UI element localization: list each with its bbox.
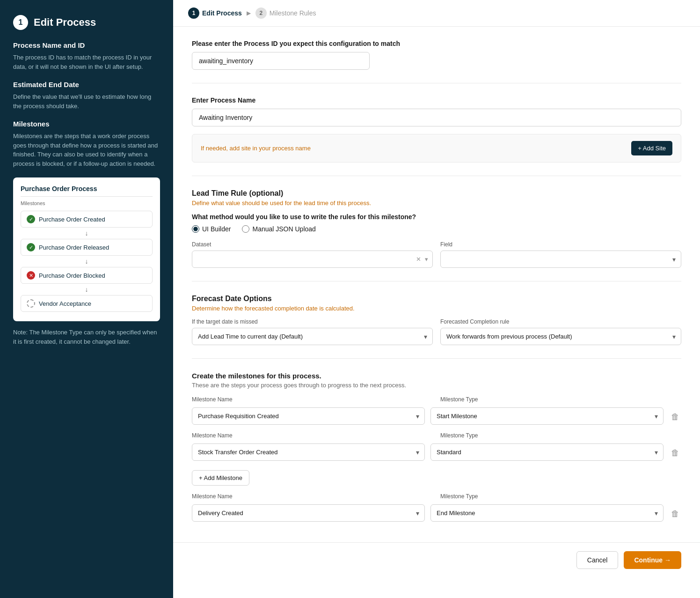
milestone-3-delete-button[interactable]: 🗑 bbox=[669, 504, 681, 524]
sidebar-step-number: 1 bbox=[13, 15, 28, 30]
milestone-1-delete-button[interactable]: 🗑 bbox=[669, 407, 681, 427]
milestone-row-1: Purchase Requisition Created Stock Trans… bbox=[192, 407, 681, 427]
milestone-type-label-3: Milestone Type bbox=[440, 493, 681, 500]
milestone-type-label-2: Milestone Type bbox=[440, 432, 681, 439]
if-target-select-wrap: Add Lead Time to current day (Default) U… bbox=[192, 328, 433, 345]
breadcrumb-nav: 1 Edit Process ▶ 2 Milestone Rules bbox=[173, 0, 700, 27]
main-content: 1 Edit Process ▶ 2 Milestone Rules Pleas… bbox=[173, 0, 700, 598]
sidebar-title: Edit Process bbox=[34, 16, 96, 29]
radio-ui-builder-input[interactable] bbox=[192, 225, 199, 233]
dataset-input-wrap: ✕ ▾ bbox=[192, 251, 433, 268]
sidebar-text-3: Milestones are the steps that a work ord… bbox=[13, 132, 160, 168]
milestone-row-2: Purchase Requisition Created Stock Trans… bbox=[192, 443, 681, 463]
form-area: Please enter the Process ID you expect t… bbox=[173, 27, 700, 542]
nav-step-2-label: Milestone Rules bbox=[270, 9, 316, 17]
milestone-2-delete-button[interactable]: 🗑 bbox=[669, 443, 681, 463]
dataset-label: Dataset bbox=[192, 241, 433, 248]
arrow-2: ↓ bbox=[21, 258, 153, 265]
sidebar-milestone-2-label: Purchase Order Released bbox=[39, 244, 109, 251]
milestone-3-type-select[interactable]: Start Milestone Standard End Milestone bbox=[430, 504, 664, 522]
milestones-section-sub: These are the steps your process goes th… bbox=[192, 382, 681, 389]
nav-step-1-circle: 1 bbox=[188, 7, 199, 19]
sidebar-heading-2: Estimated End Date bbox=[13, 81, 160, 89]
dataset-input[interactable] bbox=[192, 251, 433, 268]
milestone-type-label-1: Milestone Type bbox=[440, 396, 681, 403]
field-label: Field bbox=[440, 241, 681, 248]
forecast-title: Forecast Date Options bbox=[192, 295, 681, 303]
arrow-1: ↓ bbox=[21, 229, 153, 237]
milestone-1-type-wrap: Start Milestone Standard End Milestone bbox=[430, 407, 664, 425]
milestone-name-label-1: Milestone Name bbox=[192, 396, 433, 403]
milestone-1-name-wrap: Purchase Requisition Created Stock Trans… bbox=[192, 407, 425, 425]
if-target-select[interactable]: Add Lead Time to current day (Default) U… bbox=[192, 328, 433, 345]
milestones-section-title: Create the milestones for this process. bbox=[192, 372, 681, 380]
radio-manual-json-input[interactable] bbox=[242, 225, 249, 233]
if-target-label: If the target date is missed bbox=[192, 318, 433, 325]
milestone-3-fields: Purchase Requisition Created Stock Trans… bbox=[192, 504, 664, 522]
if-target-col: If the target date is missed Add Lead Ti… bbox=[192, 318, 433, 345]
milestone-1-name-select[interactable]: Purchase Requisition Created Stock Trans… bbox=[192, 407, 425, 425]
radio-manual-json[interactable]: Manual JSON Upload bbox=[242, 225, 315, 233]
sidebar-milestone-1-label: Purchase Order Created bbox=[39, 216, 105, 223]
bottom-bar: Cancel Continue → bbox=[173, 542, 700, 577]
process-id-label: Please enter the Process ID you expect t… bbox=[192, 40, 681, 47]
lead-time-title: Lead Time Rule (optional) bbox=[192, 189, 681, 198]
sidebar: 1 Edit Process Process Name and ID The p… bbox=[0, 0, 173, 598]
forecast-subtitle: Determine how the forecasted completion … bbox=[192, 305, 681, 312]
site-row-text: If needed, add site in your process name bbox=[201, 145, 311, 152]
add-milestone-button[interactable]: + Add Milestone bbox=[192, 470, 249, 486]
add-site-button[interactable]: + Add Site bbox=[631, 141, 672, 155]
process-id-input[interactable] bbox=[192, 52, 370, 70]
milestone-1-fields: Purchase Requisition Created Stock Trans… bbox=[192, 407, 664, 425]
sidebar-milestone-3-icon: ✕ bbox=[27, 271, 35, 280]
clear-icon[interactable]: ✕ bbox=[416, 256, 421, 263]
milestone-2-type-wrap: Start Milestone Standard End Milestone bbox=[430, 443, 664, 461]
sidebar-milestone-2: ✓ Purchase Order Released bbox=[21, 239, 153, 256]
milestone-row-1-labels: Milestone Name Milestone Type bbox=[192, 396, 681, 406]
milestone-2-type-select[interactable]: Start Milestone Standard End Milestone bbox=[430, 443, 664, 461]
method-radio-group: UI Builder Manual JSON Upload bbox=[192, 225, 681, 233]
sidebar-milestone-4-label: Vendor Acceptance bbox=[39, 300, 91, 307]
nav-arrow: ▶ bbox=[247, 10, 251, 16]
forecast-options-row: If the target date is missed Add Lead Ti… bbox=[192, 318, 681, 345]
arrow-3: ↓ bbox=[21, 286, 153, 293]
completion-rule-select-wrap: Work forwards from previous process (Def… bbox=[440, 328, 681, 345]
dataset-icons: ✕ ▾ bbox=[416, 256, 428, 263]
milestone-3-name-wrap: Purchase Requisition Created Stock Trans… bbox=[192, 504, 425, 522]
field-select[interactable] bbox=[440, 251, 681, 268]
milestone-3-type-wrap: Start Milestone Standard End Milestone bbox=[430, 504, 664, 522]
milestone-2-fields: Purchase Requisition Created Stock Trans… bbox=[192, 443, 664, 461]
sidebar-step-header: 1 Edit Process bbox=[13, 15, 160, 30]
sidebar-text-2: Define the value that we'll use to estim… bbox=[13, 92, 160, 111]
milestone-name-label-2: Milestone Name bbox=[192, 432, 433, 439]
milestone-row-3: Purchase Requisition Created Stock Trans… bbox=[192, 504, 681, 524]
milestone-row-3-labels: Milestone Name Milestone Type bbox=[192, 493, 681, 502]
milestone-row-2-labels: Milestone Name Milestone Type bbox=[192, 432, 681, 442]
process-card-title: Purchase Order Process bbox=[21, 185, 153, 197]
milestone-1-type-select[interactable]: Start Milestone Standard End Milestone bbox=[430, 407, 664, 425]
completion-rule-label: Forecasted Completion rule bbox=[440, 318, 681, 325]
milestone-name-label-3: Milestone Name bbox=[192, 493, 433, 500]
milestone-2-name-select[interactable]: Purchase Requisition Created Stock Trans… bbox=[192, 443, 425, 461]
dropdown-icon[interactable]: ▾ bbox=[425, 256, 428, 263]
sidebar-milestone-2-icon: ✓ bbox=[27, 243, 35, 251]
process-name-input[interactable] bbox=[192, 109, 681, 126]
radio-manual-json-label: Manual JSON Upload bbox=[252, 225, 315, 233]
radio-ui-builder[interactable]: UI Builder bbox=[192, 225, 231, 233]
process-name-label: Enter Process Name bbox=[192, 96, 681, 104]
milestone-3-name-select[interactable]: Purchase Requisition Created Stock Trans… bbox=[192, 504, 425, 522]
nav-step-2: 2 Milestone Rules bbox=[255, 7, 316, 19]
lead-time-question: What method would you like to use to wri… bbox=[192, 213, 681, 221]
nav-step-2-circle: 2 bbox=[255, 7, 267, 19]
sidebar-heading-3: Milestones bbox=[13, 120, 160, 128]
lead-time-subtitle: Define what value should be used for the… bbox=[192, 199, 681, 207]
process-card-milestones-label: Milestones bbox=[21, 200, 153, 206]
continue-button[interactable]: Continue → bbox=[624, 551, 681, 569]
field-select-wrap bbox=[440, 251, 681, 268]
completion-rule-select[interactable]: Work forwards from previous process (Def… bbox=[440, 328, 681, 345]
cancel-button[interactable]: Cancel bbox=[576, 551, 619, 569]
sidebar-text-1: The process ID has to match the process … bbox=[13, 53, 160, 71]
process-card: Purchase Order Process Milestones ✓ Purc… bbox=[13, 177, 160, 321]
sidebar-milestone-1-icon: ✓ bbox=[27, 215, 35, 223]
sidebar-milestone-3: ✕ Purchase Order Blocked bbox=[21, 267, 153, 284]
